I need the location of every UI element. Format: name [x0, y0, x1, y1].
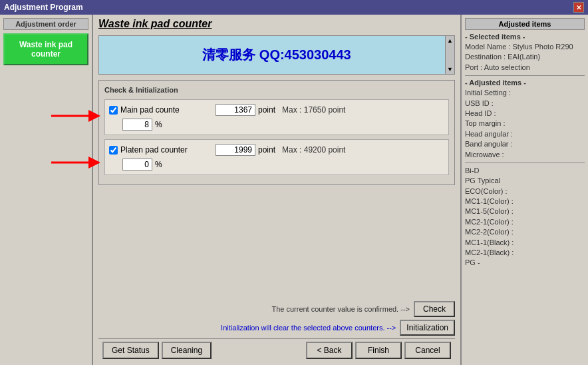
initialization-button[interactable]: Initialization: [400, 320, 455, 336]
center-panel: Waste ink pad counter 清零服务 QQ:453030443 …: [93, 15, 462, 365]
left-panel-waste-ink-item[interactable]: Waste ink pad counter: [3, 33, 88, 65]
main-pad-max: Max : 17650 point: [282, 105, 345, 115]
main-pad-label: Main pad counte: [120, 105, 180, 115]
bottom-bar: Get Status Cleaning < Back Finish Cancel: [98, 338, 455, 362]
title-bar-text: Adjustment Program: [4, 3, 83, 12]
cleaning-button[interactable]: Cleaning: [162, 342, 212, 359]
close-button[interactable]: ✕: [573, 2, 584, 13]
left-panel-title: Adjustment order: [3, 18, 88, 30]
platen-pad-label: Platen pad counter: [120, 145, 188, 155]
title-bar: Adjustment Program ✕: [0, 0, 588, 15]
mc2-1-black: MC2-1(Black) :: [465, 248, 585, 258]
platen-pad-counter-row: Platen pad counter point Max : 49200 poi…: [104, 139, 449, 175]
main-pad-percent-line: %: [122, 119, 444, 131]
service-text: 清零服务 QQ:453030443: [109, 46, 444, 64]
head-angular: Head angular :: [465, 129, 585, 139]
main-pad-counter-line: Main pad counte point Max : 17650 point: [109, 104, 444, 116]
main-pad-checkbox-label[interactable]: Main pad counte: [109, 105, 216, 115]
adjusted-header: - Adjusted items -: [465, 79, 585, 87]
finish-button[interactable]: Finish: [355, 342, 402, 359]
pg: PG -: [465, 258, 585, 268]
platen-pad-value[interactable]: [216, 144, 255, 156]
left-panel: Adjustment order Waste ink pad counter: [0, 15, 93, 365]
main-pad-checkbox[interactable]: [109, 106, 118, 115]
init-row: Initialization will clear the selected a…: [98, 320, 455, 336]
cancel-button[interactable]: Cancel: [404, 342, 451, 359]
divider1: [465, 75, 585, 76]
confirm-row: The current counter value is confirmed. …: [98, 301, 455, 317]
service-text-area: 清零服务 QQ:453030443 ▲ ▼: [98, 35, 455, 75]
platen-pad-percent-line: %: [122, 159, 444, 171]
platen-pad-checkbox-label[interactable]: Platen pad counter: [109, 145, 216, 155]
pg-typical: PG Typical: [465, 176, 585, 186]
mc1-5-color: MC1-5(Color) :: [465, 206, 585, 216]
top-margin: Top margin :: [465, 119, 585, 129]
port: Port : Auto selection: [465, 63, 585, 73]
initial-setting: Initial Setting :: [465, 88, 585, 98]
confirm-text: The current counter value is confirmed. …: [271, 305, 410, 313]
main-pad-value[interactable]: [216, 104, 255, 116]
main-pad-counter-row: Main pad counte point Max : 17650 point …: [104, 99, 449, 135]
bi-d: Bi-D: [465, 166, 585, 176]
divider2: [465, 163, 585, 163]
head-id: Head ID :: [465, 109, 585, 119]
eco-color: ECO(Color) :: [465, 186, 585, 196]
mc2-1-color: MC2-1(Color) :: [465, 217, 585, 227]
platen-pad-counter-line: Platen pad counter point Max : 49200 poi…: [109, 144, 444, 156]
back-button[interactable]: < Back: [306, 342, 353, 359]
check-section-title: Check & Initialization: [104, 86, 449, 94]
platen-pad-checkbox[interactable]: [109, 146, 118, 155]
main-pad-percent-unit: %: [155, 120, 162, 129]
mc2-2-color: MC2-2(Color) :: [465, 227, 585, 237]
page-title: Waste ink pad counter: [98, 18, 455, 30]
mc1-1-color: MC1-1(Color) :: [465, 196, 585, 206]
platen-pad-percent-unit: %: [155, 160, 162, 169]
get-status-button[interactable]: Get Status: [102, 342, 159, 359]
check-button[interactable]: Check: [414, 301, 455, 317]
band-angular: Band angular :: [465, 139, 585, 149]
main-pad-percent-value[interactable]: [122, 119, 152, 131]
platen-pad-percent-value[interactable]: [122, 159, 152, 171]
right-panel: Adjusted items - Selected items - Model …: [462, 15, 588, 365]
mc1-1-black: MC1-1(Black) :: [465, 238, 585, 248]
main-layout: Adjustment order Waste ink pad counter W…: [0, 15, 588, 365]
init-text: Initialization will clear the selected a…: [221, 324, 396, 332]
usb-id: USB ID :: [465, 99, 585, 109]
model-name: Model Name : Stylus Photo R290: [465, 42, 585, 52]
platen-pad-unit: point: [258, 145, 275, 155]
check-initialization-section: Check & Initialization: [98, 80, 455, 185]
microwave: Microwave :: [465, 150, 585, 160]
platen-pad-max: Max : 49200 point: [282, 145, 345, 155]
destination: Destination : EAI(Latin): [465, 52, 585, 62]
scrollbar[interactable]: ▲ ▼: [445, 36, 454, 74]
right-panel-title: Adjusted items: [465, 18, 585, 30]
main-pad-unit: point: [258, 105, 275, 115]
selected-header: - Selected items -: [465, 33, 585, 41]
